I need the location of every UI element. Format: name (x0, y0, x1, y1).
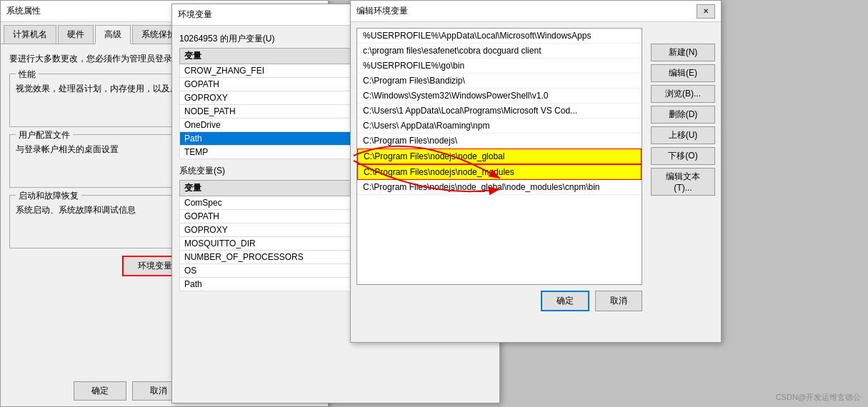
edit-action-btn[interactable]: 新建(N) (651, 44, 715, 61)
edit-path-item[interactable]: C:\Program Files\nodejs\node_modules (357, 164, 642, 180)
edit-right-buttons: 新建(N)编辑(E)浏览(B)...删除(D)上移(U)下移(O)编辑文本(T)… (651, 44, 715, 196)
user-var-name: NODE_PATH (180, 105, 371, 119)
tab-advanced[interactable]: 高级 (95, 25, 131, 44)
user-vars-col-name: 变量 (180, 49, 371, 64)
edit-action-btn[interactable]: 下移(O) (651, 147, 715, 165)
edit-action-btn[interactable]: 编辑(E) (651, 64, 715, 82)
startup-label: 启动和故障恢复 (16, 190, 81, 202)
edit-env-window: 编辑环境变量 ✕ %USERPROFILE%\AppData\Local\Mic… (350, 0, 722, 343)
edit-win-controls: ✕ (697, 4, 715, 19)
edit-path-item[interactable]: %USERPROFILE%\AppData\Local\Microsoft\Wi… (357, 29, 642, 44)
tab-computer-name[interactable]: 计算机名 (4, 25, 56, 44)
edit-path-item[interactable]: C:\Program Files\nodejs\node_global (357, 149, 642, 164)
edit-path-item[interactable]: %USERPROFILE%\go\bin (357, 59, 642, 74)
edit-close-btn[interactable]: ✕ (697, 4, 715, 19)
edit-title: 编辑环境变量 (356, 5, 408, 17)
edit-action-btn[interactable]: 删除(D) (651, 106, 715, 124)
edit-paths-list: %USERPROFILE%\AppData\Local\Microsoft\Wi… (356, 28, 642, 285)
edit-cancel-btn[interactable]: 取消 (595, 291, 642, 311)
sys-title: 系统属性 (6, 5, 41, 17)
user-var-name: Path (180, 132, 371, 146)
edit-action-btn[interactable]: 上移(U) (651, 126, 715, 144)
edit-path-item[interactable]: C:\Program Files\Bandizip\ (357, 74, 642, 89)
performance-label: 性能 (16, 69, 39, 81)
env-title: 环境变量 (178, 9, 212, 21)
user-profile-label: 用户配置文件 (16, 129, 73, 141)
edit-path-item[interactable]: c:\program files\esafenet\cobra docguard… (357, 44, 642, 59)
user-var-name: OneDrive (180, 119, 371, 132)
edit-path-item[interactable]: C:\Users\ AppData\Roaming\npm (357, 119, 642, 134)
user-var-name: GOPATH (180, 78, 371, 91)
user-var-name: CROW_ZHANG_FEI (180, 64, 371, 78)
edit-confirm-btn[interactable]: 确定 (541, 291, 589, 311)
edit-path-item[interactable]: C:\Windows\System32\WindowsPowerShell\v1… (357, 89, 642, 104)
sys-ok-btn[interactable]: 确定 (74, 381, 126, 401)
user-var-name: GOPROXY (180, 91, 371, 105)
watermark: CSDN@开发运维玄德公 (776, 392, 861, 403)
user-var-name: TEMP (180, 146, 371, 159)
edit-path-item[interactable]: C:\Users\1 AppData\Local\Programs\Micros… (357, 104, 642, 119)
edit-bottom-row: 确定 取消 (356, 291, 642, 311)
edit-titlebar: 编辑环境变量 ✕ (351, 1, 721, 22)
edit-path-item[interactable]: C:\Program Files\nodejs\node_global\node… (357, 180, 642, 195)
edit-path-item[interactable]: C:\Program Files\nodejs\ (357, 134, 642, 149)
edit-action-btn[interactable]: 浏览(B)... (651, 85, 715, 103)
edit-action-btn[interactable]: 编辑文本(T)... (651, 168, 715, 196)
tab-hardware[interactable]: 硬件 (58, 25, 94, 44)
